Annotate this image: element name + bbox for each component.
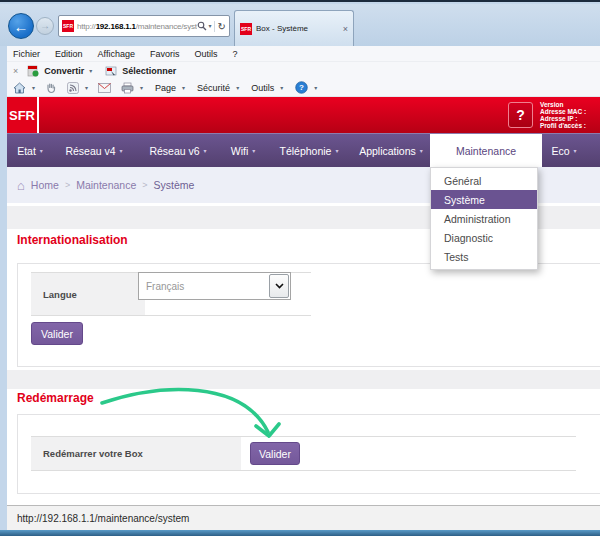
- language-select[interactable]: Français: [138, 272, 291, 300]
- section-separator: [7, 370, 600, 389]
- menu-item-diagnostic[interactable]: Diagnostic: [431, 228, 537, 247]
- security-dropdown-icon[interactable]: ▾: [236, 85, 239, 91]
- menu-edition[interactable]: Edition: [55, 49, 83, 59]
- nav-etat[interactable]: Etat▾: [8, 134, 52, 167]
- nav-maintenance[interactable]: Maintenance: [430, 134, 542, 167]
- feeds-dropdown-icon[interactable]: ▾: [85, 85, 88, 91]
- mac-label: Adresse MAC :: [540, 108, 600, 115]
- menu-outils[interactable]: Outils: [194, 49, 217, 59]
- language-select-value: Français: [139, 281, 269, 292]
- breadcrumb-separator: >: [142, 180, 147, 190]
- back-button[interactable]: ←: [8, 13, 34, 39]
- menu-favoris[interactable]: Favoris: [150, 49, 180, 59]
- address-dropdown-icon[interactable]: ▾: [209, 23, 212, 29]
- convert-button[interactable]: Convertir: [44, 66, 84, 76]
- forward-button[interactable]: →: [36, 17, 54, 35]
- maintenance-dropdown-menu: Général Système Administration Diagnosti…: [430, 167, 538, 270]
- back-arrow-icon: ←: [14, 19, 29, 34]
- status-bar: http://192.168.1.1/maintenance/system: [7, 505, 600, 530]
- nav-reseau-v4[interactable]: Réseau v4▾: [52, 134, 136, 167]
- menu-affichage[interactable]: Affichage: [98, 49, 135, 59]
- menu-item-administration[interactable]: Administration: [431, 209, 537, 228]
- refresh-icon[interactable]: ↻: [214, 21, 226, 32]
- tools-menu-button[interactable]: Outils: [251, 83, 274, 93]
- language-label: Langue: [31, 273, 145, 315]
- toolbar-close-icon[interactable]: ×: [13, 66, 18, 76]
- chevron-down-icon: ▾: [252, 148, 255, 154]
- tab-close-icon[interactable]: ×: [343, 24, 348, 34]
- print-icon[interactable]: [121, 82, 134, 94]
- sfr-logo: SFR: [7, 97, 39, 133]
- restart-title: Redémarrage: [17, 391, 94, 405]
- restart-row: Redémarrer votre Box: [31, 436, 576, 471]
- chevron-down-icon: ▾: [335, 148, 338, 154]
- breadcrumb-home[interactable]: Home: [31, 179, 59, 191]
- banner-help-button[interactable]: ?: [508, 102, 533, 128]
- page-dropdown-icon[interactable]: ▾: [182, 85, 185, 91]
- feeds-icon[interactable]: [67, 82, 79, 94]
- main-nav: Etat▾ Réseau v4▾ Réseau v6▾ Wifi▾ Téléph…: [7, 133, 600, 167]
- search-icon[interactable]: [197, 21, 207, 31]
- mail-icon[interactable]: [98, 83, 111, 93]
- command-bar: ▾ ▾ ▾ Page ▾ Sécurité ▾ Outils ▾ ? ▾: [7, 79, 600, 97]
- forward-arrow-icon: →: [40, 21, 50, 31]
- window-bottom-border: [0, 530, 600, 536]
- url-text[interactable]: http://192.168.1.1/maintenance/system: [77, 22, 197, 31]
- profile-label: Profil d'accès :: [540, 122, 600, 129]
- nav-wifi[interactable]: Wifi▾: [220, 134, 266, 167]
- tools-dropdown-icon[interactable]: ▾: [280, 85, 283, 91]
- breadcrumb-separator: >: [65, 180, 70, 190]
- title-bar: ← → SFR http://192.168.1.1/maintenance/s…: [0, 4, 600, 46]
- chevron-down-icon: ▾: [420, 148, 423, 154]
- nav-applications[interactable]: Applications▾: [352, 134, 430, 167]
- nav-reseau-v6[interactable]: Réseau v6▾: [136, 134, 220, 167]
- menu-help[interactable]: ?: [232, 49, 237, 59]
- internationalisation-panel: Langue Français Valider: [17, 263, 600, 367]
- sfr-favicon-icon: SFR: [62, 20, 74, 32]
- restart-panel: Redémarrer votre Box Valider: [17, 414, 600, 494]
- select-icon: [105, 65, 117, 77]
- help-dropdown-icon[interactable]: ▾: [314, 85, 317, 91]
- help-icon[interactable]: ?: [295, 81, 308, 94]
- tab-title: Box - Système: [256, 24, 340, 33]
- chevron-down-icon: ▾: [40, 148, 43, 154]
- version-label: Version: [540, 101, 600, 108]
- svg-text:?: ?: [299, 83, 304, 92]
- select-button[interactable]: Sélectionner: [122, 66, 176, 76]
- menu-item-systeme[interactable]: Système: [431, 190, 537, 209]
- breadcrumb-maintenance[interactable]: Maintenance: [76, 179, 136, 191]
- breadcrumb-systeme: Système: [154, 179, 195, 191]
- nav-eco[interactable]: Eco▾: [542, 134, 586, 167]
- page-menu-button[interactable]: Page: [155, 83, 176, 93]
- restart-label: Redémarrer votre Box: [31, 437, 241, 470]
- restart-submit-button[interactable]: Valider: [250, 442, 300, 465]
- address-bar[interactable]: SFR http://192.168.1.1/maintenance/syste…: [58, 15, 230, 37]
- status-url: http://192.168.1.1/maintenance/system: [17, 513, 189, 524]
- tab-box-systeme[interactable]: SFR Box - Système ×: [234, 10, 354, 46]
- internationalisation-title: Internationalisation: [17, 233, 128, 247]
- sfr-favicon-icon: SFR: [240, 23, 252, 35]
- menu-fichier[interactable]: Fichier: [13, 49, 40, 59]
- print-dropdown-icon[interactable]: ▾: [140, 85, 143, 91]
- convert-dropdown-icon[interactable]: ▾: [89, 68, 92, 74]
- menu-item-general[interactable]: Général: [431, 171, 537, 190]
- chevron-down-icon: ▾: [574, 148, 577, 154]
- security-menu-button[interactable]: Sécurité: [197, 83, 230, 93]
- chevron-down-icon: ▾: [204, 148, 207, 154]
- language-submit-button[interactable]: Valider: [31, 322, 83, 345]
- select-chevron-icon[interactable]: [269, 274, 289, 298]
- convert-icon: [27, 65, 39, 77]
- chevron-down-icon: ▾: [120, 148, 123, 154]
- addon-toolbar: × Convertir ▾ Sélectionner: [7, 62, 600, 79]
- sfr-banner: SFR ? Version Adresse MAC : Adresse IP :…: [7, 97, 600, 133]
- menu-bar: Fichier Edition Affichage Favoris Outils…: [7, 46, 600, 62]
- ip-label: Adresse IP :: [540, 115, 600, 122]
- browser-window: ← → SFR http://192.168.1.1/maintenance/s…: [0, 0, 600, 536]
- banner-info: Version Adresse MAC : Adresse IP : Profi…: [540, 101, 600, 129]
- home-icon[interactable]: [13, 82, 26, 94]
- menu-item-tests[interactable]: Tests: [431, 247, 537, 266]
- hand-icon[interactable]: [45, 82, 57, 94]
- home-breadcrumb-icon: ⌂: [17, 179, 25, 192]
- nav-telephonie[interactable]: Téléphonie▾: [266, 134, 352, 167]
- home-dropdown-icon[interactable]: ▾: [32, 85, 35, 91]
